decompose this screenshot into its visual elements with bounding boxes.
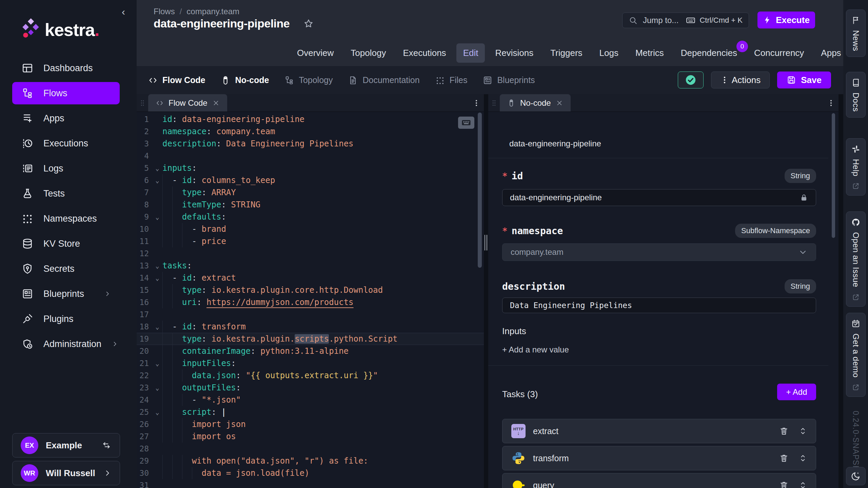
- code-line-19[interactable]: 19type: io.kestra.plugin.scripts.python.…: [137, 333, 484, 345]
- delete-task-icon[interactable]: [779, 453, 789, 463]
- tab-flow-code[interactable]: Flow Code: [148, 94, 227, 111]
- fold-chevron-icon[interactable]: ⌄: [152, 384, 162, 391]
- add-task-button[interactable]: + Add: [777, 384, 816, 400]
- sidebar-item-plugins[interactable]: Plugins: [12, 308, 120, 330]
- close-icon[interactable]: [212, 99, 220, 107]
- code-line-27[interactable]: 27import os: [137, 430, 484, 443]
- code-line-12[interactable]: 12: [137, 247, 484, 260]
- drag-handle-icon[interactable]: [137, 94, 148, 111]
- rail-tab-open-an-issue[interactable]: Open an Issue: [846, 211, 866, 307]
- tab-no-code[interactable]: No-code: [500, 94, 571, 111]
- code-editor[interactable]: 1id: data-engineering-pipeline2namespace…: [137, 112, 484, 488]
- sidebar-item-namespaces[interactable]: Namespaces: [12, 207, 120, 230]
- code-line-25[interactable]: 25⌄script: |: [137, 406, 484, 418]
- reorder-task-icon[interactable]: [799, 452, 807, 464]
- task-card-transform[interactable]: transform: [502, 446, 816, 470]
- panel-kebab-icon[interactable]: [824, 94, 839, 111]
- save-button[interactable]: Save: [777, 72, 831, 88]
- delete-task-icon[interactable]: [779, 481, 789, 488]
- code-line-8[interactable]: 8itemType: STRING: [137, 199, 484, 211]
- code-line-31[interactable]: 31: [137, 479, 484, 488]
- code-line-1[interactable]: 1id: data-engineering-pipeline: [137, 113, 484, 125]
- view-files[interactable]: Files: [435, 75, 468, 85]
- close-icon[interactable]: [556, 99, 563, 107]
- breadcrumb-namespace[interactable]: company.team: [186, 7, 239, 16]
- description-input[interactable]: Data Engineering Pipelines: [502, 298, 816, 313]
- editor-scrollbar[interactable]: [478, 113, 482, 268]
- fold-chevron-icon[interactable]: ⌄: [152, 360, 162, 367]
- rail-tab-news[interactable]: News: [846, 9, 866, 57]
- code-line-26[interactable]: 26import json: [137, 418, 484, 430]
- code-line-4[interactable]: 4: [137, 150, 484, 162]
- sidebar-item-blueprints[interactable]: Blueprints: [12, 283, 120, 305]
- panel-resize-handle[interactable]: [484, 94, 488, 488]
- sidebar-item-dashboards[interactable]: Dashboards: [12, 57, 120, 79]
- view-topology[interactable]: Topology: [284, 75, 333, 85]
- fold-chevron-icon[interactable]: ⌄: [152, 408, 162, 416]
- code-line-6[interactable]: 6⌄- id: columns_to_keep: [137, 174, 484, 186]
- code-line-15[interactable]: 15type: io.kestra.plugin.core.http.Downl…: [137, 284, 484, 296]
- code-line-7[interactable]: 7type: ARRAY: [137, 186, 484, 199]
- code-line-5[interactable]: 5⌄inputs:: [137, 162, 484, 174]
- tab-metrics[interactable]: Metrics: [629, 43, 671, 63]
- tab-triggers[interactable]: Triggers: [544, 43, 589, 63]
- code-line-11[interactable]: 11- price: [137, 235, 484, 247]
- tab-revisions[interactable]: Revisions: [488, 43, 540, 63]
- sidebar-item-kv-store[interactable]: KV Store: [12, 232, 120, 255]
- sidebar-collapse-icon[interactable]: ‹: [118, 6, 129, 18]
- kestra-logo[interactable]: kestra.: [21, 18, 99, 39]
- reorder-task-icon[interactable]: [799, 480, 807, 488]
- view-flow-code[interactable]: Flow Code: [148, 75, 205, 85]
- namespace-select[interactable]: company.team: [502, 243, 816, 261]
- sidebar-item-executions[interactable]: Executions: [12, 132, 120, 155]
- tab-executions[interactable]: Executions: [396, 43, 453, 63]
- code-line-17[interactable]: 17: [137, 308, 484, 321]
- code-line-18[interactable]: 18⌄- id: transform: [137, 321, 484, 333]
- id-input[interactable]: data-engineering-pipeline: [502, 189, 816, 206]
- sidebar-item-administration[interactable]: Administration: [12, 333, 120, 355]
- code-line-23[interactable]: 23⌄outputFiles:: [137, 382, 484, 394]
- sidebar-item-logs[interactable]: Logs: [12, 157, 120, 180]
- code-line-3[interactable]: 3description: Data Engineering Pipelines: [137, 138, 484, 150]
- fold-chevron-icon[interactable]: ⌄: [152, 274, 162, 282]
- rail-tab-docs[interactable]: Docs: [846, 72, 866, 118]
- sidebar-item-flows[interactable]: Flows: [12, 82, 120, 104]
- tab-apps[interactable]: Apps: [814, 43, 848, 63]
- code-line-30[interactable]: 30data = json.load(file): [137, 467, 484, 479]
- fold-chevron-icon[interactable]: ⌄: [152, 164, 162, 172]
- code-line-22[interactable]: 22data.json: "{{ outputs.extract.uri }}": [137, 369, 484, 382]
- rail-tab-get-a-demo[interactable]: Get a demo: [846, 313, 866, 397]
- tab-dependencies[interactable]: Dependencies0: [674, 43, 744, 63]
- fold-chevron-icon[interactable]: ⌄: [152, 262, 162, 269]
- view-blueprints[interactable]: Blueprints: [483, 75, 535, 85]
- panel-kebab-icon[interactable]: [469, 94, 484, 111]
- rail-tab-help[interactable]: Help: [846, 138, 866, 196]
- sidebar-item-secrets[interactable]: Secrets: [12, 258, 120, 280]
- code-line-16[interactable]: 16uri: https://dummyjson.com/products: [137, 296, 484, 308]
- code-line-13[interactable]: 13⌄tasks:: [137, 260, 484, 272]
- add-input-link[interactable]: + Add a new value: [502, 345, 569, 354]
- tab-concurrency[interactable]: Concurrency: [747, 43, 811, 63]
- view-documentation[interactable]: Documentation: [348, 75, 419, 85]
- task-card-query[interactable]: query: [502, 473, 816, 488]
- validation-status-button[interactable]: [678, 72, 704, 88]
- delete-task-icon[interactable]: [779, 426, 789, 436]
- code-line-2[interactable]: 2namespace: company.team: [137, 125, 484, 138]
- tab-edit[interactable]: Edit: [456, 43, 485, 63]
- star-icon[interactable]: [303, 18, 314, 29]
- breadcrumb-flows[interactable]: Flows: [154, 7, 175, 16]
- code-line-14[interactable]: 14⌄- id: extract: [137, 272, 484, 284]
- jump-to-search[interactable]: Jump to... Ctrl/Cmd + K: [622, 13, 749, 28]
- code-line-20[interactable]: 20containerImage: python:3.11-alpine: [137, 345, 484, 357]
- fold-chevron-icon[interactable]: ⌄: [152, 213, 162, 221]
- workspace-switcher[interactable]: EX Example: [12, 433, 120, 458]
- sidebar-item-tests[interactable]: Tests: [12, 182, 120, 205]
- nocode-scrollbar[interactable]: [832, 113, 835, 238]
- user-menu[interactable]: WR Will Russell: [12, 461, 120, 485]
- code-line-21[interactable]: 21⌄inputFiles:: [137, 357, 484, 369]
- execute-button[interactable]: Execute: [757, 12, 815, 28]
- view-no-code[interactable]: No-code: [221, 75, 269, 85]
- actions-button[interactable]: Actions: [711, 72, 770, 88]
- task-card-extract[interactable]: HTTP↓extract: [502, 419, 816, 443]
- code-line-10[interactable]: 10- brand: [137, 223, 484, 235]
